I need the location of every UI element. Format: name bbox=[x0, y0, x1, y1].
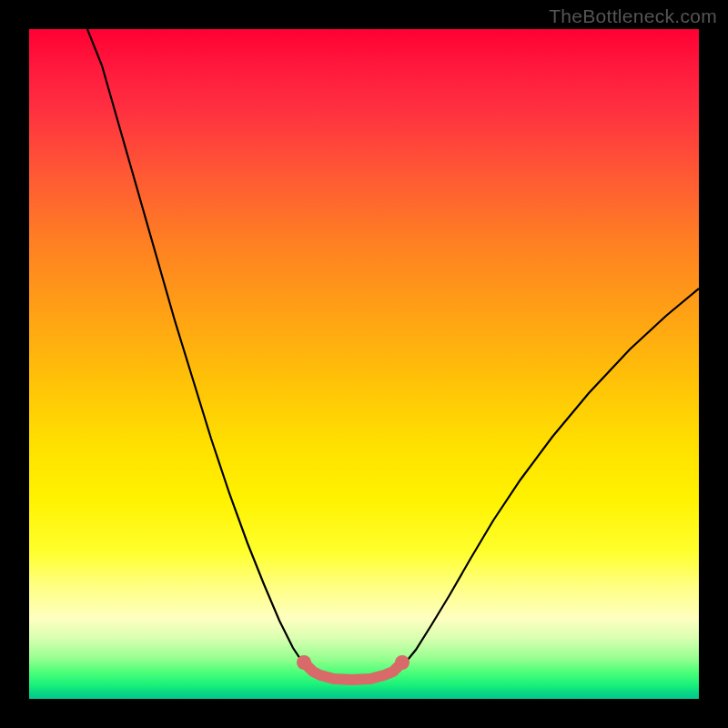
curve-layer bbox=[29, 29, 699, 699]
highlight-segment bbox=[304, 662, 402, 680]
plot-area bbox=[29, 29, 699, 699]
watermark-text: TheBottleneck.com bbox=[549, 5, 717, 27]
chart-frame: TheBottleneck.com bbox=[0, 0, 728, 728]
bottleneck-curve bbox=[87, 29, 699, 681]
highlight-endpoint-right bbox=[395, 655, 410, 670]
highlight-endpoint-left bbox=[297, 655, 311, 670]
